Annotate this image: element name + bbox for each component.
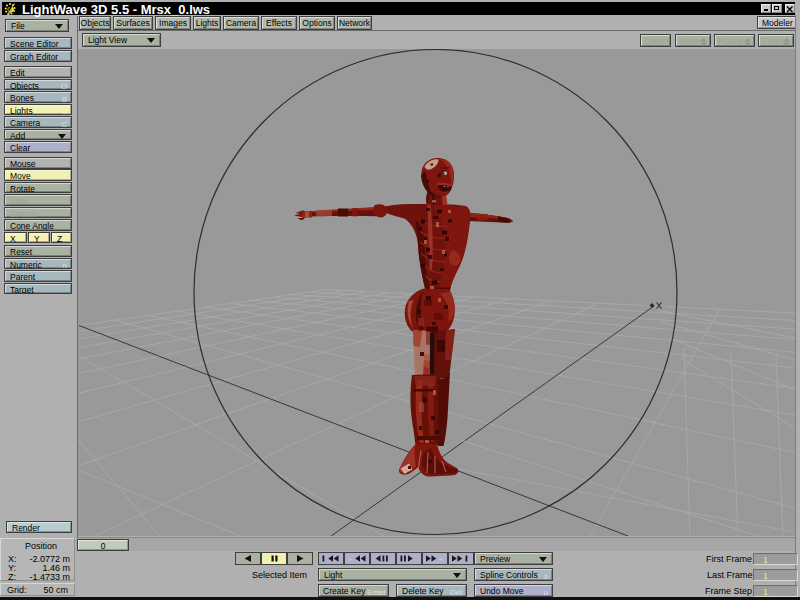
svg-text:+: +: [439, 555, 444, 564]
svg-text:+: +: [348, 555, 353, 564]
